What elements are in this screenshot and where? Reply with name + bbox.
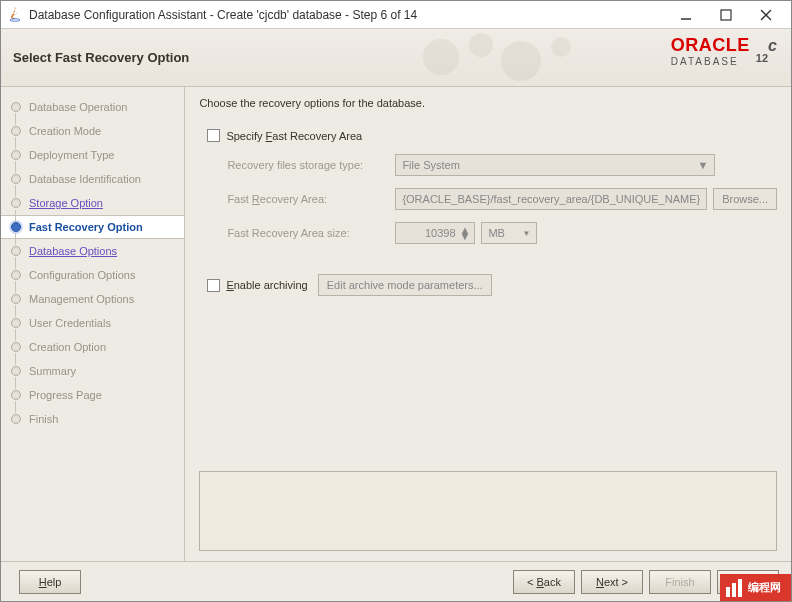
back-button[interactable]: Back bbox=[513, 570, 575, 594]
fra-size-value: 10398 bbox=[425, 227, 456, 239]
chevron-down-icon: ▼ bbox=[522, 229, 530, 238]
fra-size-label: Fast Recovery Area size: bbox=[227, 227, 395, 239]
svg-point-8 bbox=[551, 37, 571, 57]
oracle-logo: ORACLE DATABASE 12c bbox=[671, 35, 777, 69]
storage-type-select[interactable]: File System ▼ bbox=[395, 154, 715, 176]
svg-point-0 bbox=[10, 18, 20, 20]
edit-archive-params-button[interactable]: Edit archive mode parameters... bbox=[318, 274, 492, 296]
step-database-operation: Database Operation bbox=[1, 95, 184, 119]
chevron-down-icon: ▼ bbox=[698, 159, 709, 171]
svg-point-6 bbox=[469, 33, 493, 57]
specify-fra-checkbox[interactable] bbox=[207, 129, 220, 142]
titlebar: Database Configuration Assistant - Creat… bbox=[1, 1, 791, 29]
specify-fra-label: Specify Fast Recovery Area bbox=[226, 130, 394, 142]
minimize-button[interactable] bbox=[675, 4, 697, 26]
java-icon bbox=[7, 7, 23, 23]
gears-decor bbox=[411, 31, 591, 85]
step-user-credentials: User Credentials bbox=[1, 311, 184, 335]
step-creation-mode: Creation Mode bbox=[1, 119, 184, 143]
brand-label: ORACLE bbox=[671, 35, 750, 56]
fra-size-unit-value: MB bbox=[488, 227, 505, 239]
next-button[interactable]: Next bbox=[581, 570, 643, 594]
maximize-button[interactable] bbox=[715, 4, 737, 26]
step-storage-option[interactable]: Storage Option bbox=[1, 191, 184, 215]
step-deployment-type: Deployment Type bbox=[1, 143, 184, 167]
storage-type-value: File System bbox=[402, 159, 459, 171]
step-progress-page: Progress Page bbox=[1, 383, 184, 407]
step-summary: Summary bbox=[1, 359, 184, 383]
wizard-header: Select Fast Recovery Option ORACLE DATAB… bbox=[1, 29, 791, 87]
step-management-options: Management Options bbox=[1, 287, 184, 311]
fra-size-unit-select[interactable]: MB ▼ bbox=[481, 222, 537, 244]
site-watermark: 编程网 bbox=[720, 574, 791, 601]
step-configuration-options: Configuration Options bbox=[1, 263, 184, 287]
version-label: 12c bbox=[756, 35, 777, 69]
wizard-steps-sidebar: Database Operation Creation Mode Deploym… bbox=[1, 87, 185, 561]
enable-archiving-checkbox[interactable] bbox=[207, 279, 220, 292]
page-title: Select Fast Recovery Option bbox=[13, 50, 189, 65]
help-button[interactable]: Help bbox=[19, 570, 81, 594]
main-panel: Choose the recovery options for the data… bbox=[185, 87, 791, 561]
spinner-arrows-icon[interactable]: ▲▼ bbox=[460, 227, 471, 239]
step-creation-option: Creation Option bbox=[1, 335, 184, 359]
enable-archiving-label: Enable archiving bbox=[226, 279, 307, 291]
storage-type-row: Recovery files storage type: File System… bbox=[227, 154, 777, 176]
svg-point-7 bbox=[501, 41, 541, 81]
svg-rect-2 bbox=[721, 10, 731, 20]
fra-path-label: Fast Recovery Area: bbox=[227, 193, 395, 205]
step-finish: Finish bbox=[1, 407, 184, 431]
step-database-identification: Database Identification bbox=[1, 167, 184, 191]
fra-size-spinner[interactable]: 10398 ▲▼ bbox=[395, 222, 475, 244]
close-button[interactable] bbox=[755, 4, 777, 26]
instruction-text: Choose the recovery options for the data… bbox=[199, 97, 777, 109]
step-fast-recovery-option[interactable]: Fast Recovery Option bbox=[1, 215, 184, 239]
fra-size-row: Fast Recovery Area size: 10398 ▲▼ MB ▼ bbox=[227, 222, 777, 244]
specify-fra-row: Specify Fast Recovery Area bbox=[207, 129, 777, 142]
wizard-footer: Help Back Next Finish Cancel 编程网 bbox=[1, 561, 791, 601]
window-title: Database Configuration Assistant - Creat… bbox=[29, 8, 675, 22]
svg-point-5 bbox=[423, 39, 459, 75]
message-area bbox=[199, 471, 777, 551]
storage-type-label: Recovery files storage type: bbox=[227, 159, 395, 171]
brand-sub-label: DATABASE bbox=[671, 56, 750, 67]
step-database-options[interactable]: Database Options bbox=[1, 239, 184, 263]
fra-path-row: Fast Recovery Area: {ORACLE_BASE}/fast_r… bbox=[227, 188, 777, 210]
window-controls bbox=[675, 4, 785, 26]
enable-archiving-row: Enable archiving Edit archive mode param… bbox=[207, 274, 777, 296]
browse-button[interactable]: Browse... bbox=[713, 188, 777, 210]
fra-path-field[interactable]: {ORACLE_BASE}/fast_recovery_area/{DB_UNI… bbox=[395, 188, 707, 210]
app-window: Database Configuration Assistant - Creat… bbox=[0, 0, 792, 602]
wizard-body: Database Operation Creation Mode Deploym… bbox=[1, 87, 791, 561]
finish-button: Finish bbox=[649, 570, 711, 594]
